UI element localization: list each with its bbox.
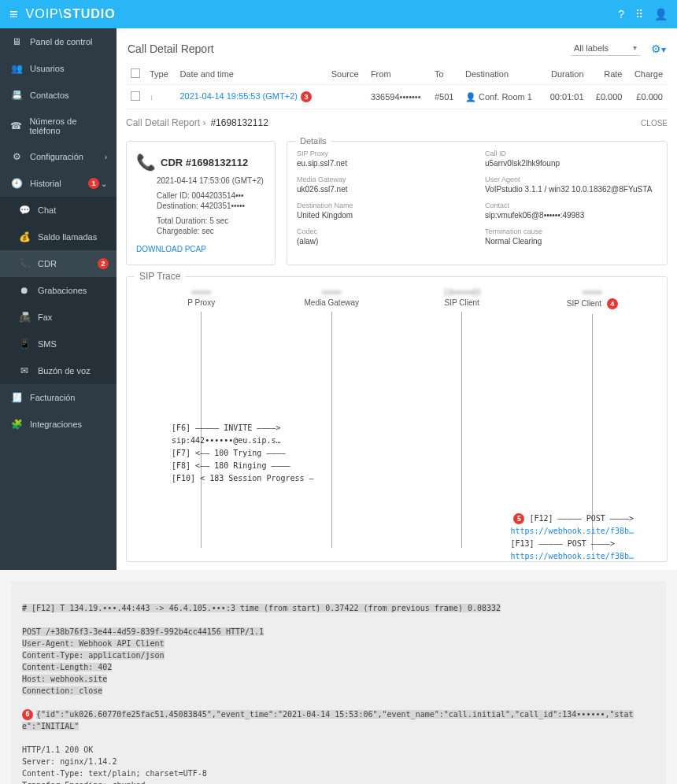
- sidebar-label: Usuarios: [30, 64, 64, 73]
- sidebar-item-usuarios[interactable]: 👥Usuarios: [0, 55, 117, 82]
- sip-column: 13•••••••43SIP Client: [397, 288, 527, 550]
- settings-gear-icon[interactable]: ⚙▾: [651, 43, 666, 55]
- annotation-4: 4: [607, 298, 618, 309]
- sidebar-icon: 📠: [17, 312, 31, 323]
- sidebar-icon: 📱: [17, 338, 31, 349]
- logo-part1: VOIP: [26, 7, 59, 20]
- sidebar-item-historial[interactable]: 🕘Historial⌄1: [0, 170, 117, 197]
- cell-duration: 00:01:01: [542, 85, 589, 109]
- sidebar-icon: ☎: [9, 120, 23, 131]
- sidebar-icon: 📇: [9, 90, 24, 101]
- sip-column: •••••••P Proxy: [136, 288, 267, 550]
- sidebar-item-integraciones[interactable]: 🧩Integraciones: [0, 411, 117, 438]
- sidebar-item-fax[interactable]: 📠Fax: [0, 304, 117, 331]
- sidebar-item-grabaciones[interactable]: ⏺Grabaciones: [0, 277, 117, 304]
- sidebar-item-chat[interactable]: 💬Chat: [0, 197, 117, 224]
- labels-dropdown[interactable]: All labels: [571, 41, 640, 56]
- http-trace-block: # [F12] T 134.19.•••.44:443 -> 46.4.105.…: [11, 581, 666, 784]
- col-from: From: [366, 64, 430, 85]
- topbar: ≡ VOIP\STUDIO ? ⠿ 👤: [0, 0, 677, 28]
- cell-source: [327, 85, 366, 109]
- sidebar-icon: 💬: [17, 205, 31, 216]
- sip-messages-right: 5 [F12] ————— POST ————>https://webhook.…: [510, 512, 634, 563]
- sidebar-icon: 🧾: [9, 392, 24, 403]
- main-content: Call Detail Report All labels ⚙▾ Type Da…: [117, 28, 677, 570]
- annotation-6: 6: [22, 709, 33, 720]
- apps-icon[interactable]: ⠿: [635, 8, 643, 20]
- detail-call-id: u5arrv0lsk2lhk9founp: [485, 159, 657, 168]
- webhook-url[interactable]: https://webhook.site/f38b…: [510, 525, 634, 538]
- inbound-icon: ↓: [150, 93, 154, 102]
- cdr-table: Type Date and time Source From To Destin…: [126, 64, 668, 109]
- sip-trace-legend: SIP Trace: [135, 271, 185, 282]
- sidebar-item-panel-de-control[interactable]: 🖥Panel de control: [0, 28, 117, 55]
- sidebar-label: Configuración: [30, 152, 83, 161]
- sidebar-item-sms[interactable]: 📱SMS: [0, 331, 117, 357]
- sidebar-label: Buzón de voz: [38, 366, 91, 375]
- details-panel: Details SIP Proxyeu.sip.ssl7.net Call ID…: [287, 141, 668, 265]
- col-charge: Charge: [627, 64, 668, 85]
- col-source: Source: [327, 64, 366, 85]
- detail-user-agent: VoIPstudio 3.1.1 / win32 10.0.18362@8FYu…: [485, 185, 657, 194]
- detail-sip-proxy: eu.sip.ssl7.net: [297, 159, 469, 168]
- sidebar-label: Números de teléfono: [29, 116, 107, 135]
- breadcrumb: Call Detail Report › #1698132112 CLOSE: [126, 109, 668, 135]
- http-frame-header: # [F12] T 134.19.•••.44:443 -> 46.4.105.…: [22, 604, 501, 612]
- sidebar-label: Facturación: [30, 393, 75, 402]
- breadcrumb-current: #1698132112: [210, 117, 268, 128]
- http-request: POST /+38b76f3-3e44-4d59-839f-992b4cc441…: [22, 627, 264, 695]
- col-to: To: [430, 64, 461, 85]
- sidebar-icon: ⏺: [17, 285, 31, 296]
- cell-charge: £0.000: [627, 85, 668, 109]
- row-checkbox[interactable]: [131, 91, 140, 101]
- detail-contact: sip:vmufek06@8••••••:49983: [485, 211, 657, 220]
- sidebar-label: Contactos: [30, 91, 69, 100]
- sip-col-name: SIP Client: [397, 298, 527, 307]
- detail-media-gateway: uk026.ssl7.net: [297, 185, 469, 194]
- sidebar-item-configuración[interactable]: ⚙Configuración›: [0, 143, 117, 170]
- datetime-link[interactable]: 2021-04-14 19:55:53 (GMT+2): [179, 91, 298, 101]
- col-type: Type: [145, 64, 175, 85]
- cdr-chargeable: Chargeable: sec: [157, 227, 265, 235]
- sidebar-item-saldo-llamadas[interactable]: 💰Saldo llamadas: [0, 224, 117, 250]
- webhook-url[interactable]: https://webhook.site/f38b…: [510, 550, 634, 563]
- sidebar-item-buzón-de-voz[interactable]: ✉Buzón de voz: [0, 357, 117, 384]
- sidebar-label: Saldo llamadas: [38, 232, 97, 242]
- col-rate: Rate: [589, 64, 627, 85]
- sidebar-label: Integraciones: [30, 420, 82, 429]
- sidebar-icon: 🕘: [9, 178, 24, 189]
- page-title: Call Detail Report: [128, 43, 214, 55]
- sidebar-item-contactos[interactable]: 📇Contactos: [0, 82, 117, 109]
- cell-rate: £0.000: [589, 85, 627, 109]
- close-button[interactable]: CLOSE: [641, 119, 668, 128]
- logo-part2: STUDIO: [63, 7, 115, 20]
- download-pcap-link[interactable]: DOWNLOAD PCAP: [136, 245, 265, 253]
- sidebar-icon: 💰: [17, 231, 31, 242]
- sip-col-ip: •••••••: [267, 288, 398, 297]
- account-icon[interactable]: 👤: [654, 8, 668, 20]
- sidebar-label: Historial: [30, 179, 61, 188]
- sidebar-item-facturación[interactable]: 🧾Facturación: [0, 384, 117, 411]
- cell-to: #501: [430, 85, 461, 109]
- annotation-5: 5: [513, 513, 524, 524]
- sip-col-name: P Proxy: [136, 298, 267, 307]
- breadcrumb-root[interactable]: Call Detail Report: [126, 117, 200, 128]
- cdr-summary: 📞CDR #1698132112 2021-04-14 17:53:06 (GM…: [126, 141, 276, 265]
- cdr-timestamp: 2021-04-14 17:53:06 (GMT+2): [157, 176, 265, 185]
- sidebar: 🖥Panel de control👥Usuarios📇Contactos☎Núm…: [0, 28, 117, 570]
- menu-icon[interactable]: ≡: [9, 6, 18, 23]
- sidebar-icon: 👥: [9, 63, 24, 74]
- http-response: HTTP/1.1 200 OK Server: nginx/1.14.2 Con…: [22, 745, 653, 784]
- select-all-checkbox[interactable]: [131, 68, 140, 78]
- cdr-total-duration: Total Duration: 5 sec: [157, 216, 265, 225]
- col-destination: Destination: [461, 64, 542, 85]
- detail-termination: Normal Clearing: [485, 237, 657, 246]
- sidebar-icon: 📞: [17, 258, 31, 269]
- sidebar-item-cdr[interactable]: 📞CDR2: [0, 250, 117, 277]
- help-icon[interactable]: ?: [618, 8, 624, 20]
- sidebar-item-números-de-teléfono[interactable]: ☎Números de teléfono: [0, 109, 117, 143]
- annotation-3: 3: [301, 91, 312, 102]
- sip-col-ip: •••••••: [527, 288, 658, 297]
- table-row[interactable]: ↓ 2021-04-14 19:55:53 (GMT+2)3 336594•••…: [126, 85, 668, 109]
- cell-destination: 👤 Conf. Room 1: [461, 85, 542, 109]
